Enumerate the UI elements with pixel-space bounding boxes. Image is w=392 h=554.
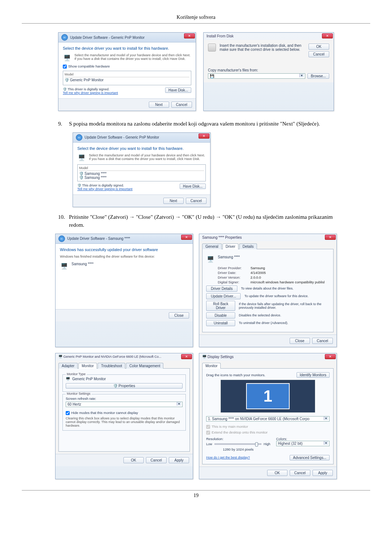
ok-button[interactable]: OK <box>267 470 287 476</box>
extend-desktop-label: Extend the desktop onto this monitor <box>212 430 268 434</box>
signing-info-link[interactable]: Tell me why driver signing is important <box>77 187 132 191</box>
close-icon[interactable] <box>325 235 336 240</box>
copy-from-path-input[interactable]: 💾 <box>208 73 305 79</box>
dialog-header-bar: ← Update Driver Software - Generic PnP M… <box>58 33 196 42</box>
identify-monitors-button[interactable]: Identify Monitors <box>297 372 330 378</box>
dialog-row-1: ← Update Driver Software - Generic PnP M… <box>22 32 370 111</box>
rollback-driver-button[interactable]: Roll Back Driver <box>206 301 235 311</box>
instruction-step-10: 10. Pritisnite "Close" (Zatvori) → "Clos… <box>58 213 370 229</box>
monitor-item-1[interactable]: 1 <box>246 383 290 409</box>
provider-label: Driver Provider: <box>218 266 250 270</box>
signer-value: microsoft windows hardware compatibility… <box>250 280 324 284</box>
back-button[interactable]: ← <box>58 235 65 242</box>
close-icon[interactable] <box>184 33 195 38</box>
close-icon[interactable] <box>181 235 192 240</box>
disable-button[interactable]: Disable <box>206 312 235 319</box>
success-heading: Windows has successfully updated your dr… <box>60 247 188 252</box>
apply-button[interactable]: Apply <box>169 457 189 463</box>
advanced-settings-button[interactable]: Advanced Settings... <box>290 455 330 460</box>
colors-select[interactable]: Highest (32 bit) <box>276 441 330 446</box>
show-compatible-checkbox[interactable] <box>63 65 67 69</box>
dialog-heading: Select the device driver you want to ins… <box>63 46 191 50</box>
disable-desc: Disables the selected device. <box>239 313 281 317</box>
resolution-slider[interactable] <box>215 443 262 445</box>
list-item[interactable]: 🛡️ Samsung **** <box>79 172 204 176</box>
next-button[interactable]: Next <box>163 198 184 204</box>
monitor-icon: 🖥️ <box>58 355 62 358</box>
date-label: Driver Date: <box>218 271 250 275</box>
cancel-button[interactable]: Cancel <box>309 51 329 57</box>
shield-icon: 🛡️ <box>65 78 69 82</box>
ok-button[interactable]: OK <box>309 44 329 50</box>
tab-general[interactable]: General <box>202 243 222 249</box>
properties-button[interactable]: 🛡️ Properties <box>66 383 183 389</box>
list-item[interactable]: 🛡️ Samsung **** <box>79 176 204 180</box>
best-display-link[interactable]: How do I get the best display? <box>206 456 250 459</box>
cancel-button[interactable]: Cancel <box>186 198 207 204</box>
next-button[interactable]: Next <box>149 102 169 108</box>
cancel-button[interactable]: Cancel <box>312 338 333 344</box>
close-icon[interactable] <box>181 354 192 359</box>
tab-color-management[interactable]: Color Management <box>126 363 163 369</box>
dialog-update-success: ← Update Driver Software - Samsung **** … <box>55 234 193 347</box>
device-icon: 🖥️ <box>77 153 86 162</box>
close-button[interactable]: Close <box>169 312 189 319</box>
refresh-rate-label: Screen refresh rate: <box>66 397 183 401</box>
monitor-type-group-label: Monitor Type <box>66 372 87 376</box>
high-label: High <box>264 442 270 446</box>
drive-icon: 💾 <box>210 74 214 78</box>
tab-details[interactable]: Details <box>239 243 257 249</box>
shield-icon: 🛡️ <box>63 87 67 91</box>
main-monitor-label: This is my main monitor <box>212 424 248 428</box>
list-item[interactable]: 🛡️ Generic PnP Monitor <box>65 78 189 82</box>
monitor-select[interactable]: 1. Samsung **** on NVIDIA GeForce 6600 L… <box>206 416 330 422</box>
uninstall-button[interactable]: Uninstall <box>206 320 235 326</box>
step-number: 10. <box>58 213 69 229</box>
shield-icon: 🛡️ <box>113 384 118 388</box>
show-compatible-label: Show compatible hardware <box>68 64 110 68</box>
driver-details-button[interactable]: Driver Details <box>206 286 237 292</box>
tab-adapter[interactable]: Adapter <box>58 363 78 369</box>
refresh-rate-select[interactable]: 60 Hertz <box>66 402 183 407</box>
uninstall-desc: To uninstall the driver (Advanced). <box>239 321 288 325</box>
dialog-update-driver-1: ← Update Driver Software - Generic PnP M… <box>58 32 196 111</box>
update-driver-button[interactable]: Update Driver... <box>206 293 241 299</box>
dialog-title: 🖥️ Display Settings <box>199 353 336 361</box>
success-subtext: Windows has finished installing the driv… <box>60 255 188 258</box>
close-icon[interactable] <box>322 33 333 38</box>
close-icon[interactable] <box>325 354 336 359</box>
close-icon[interactable] <box>199 134 209 139</box>
dialog-instruction: Select the manufacturer and model of you… <box>89 153 206 161</box>
dialog-display-settings: 🖥️ Display Settings Monitor Drag the ico… <box>199 353 337 479</box>
shield-icon: 🛡️ <box>79 172 83 176</box>
close-button[interactable]: Close <box>290 338 310 344</box>
device-name: Samsung **** <box>72 262 94 266</box>
back-button[interactable]: ← <box>76 134 82 141</box>
model-list[interactable]: Model 🛡️ Samsung **** 🛡️ Samsung **** <box>77 164 206 181</box>
tab-driver[interactable]: Driver <box>222 243 239 249</box>
extend-desktop-checkbox <box>206 431 210 435</box>
tab-monitor[interactable]: Monitor <box>202 363 221 369</box>
disk-icon <box>208 44 216 52</box>
have-disk-button[interactable]: Have Disk... <box>180 184 206 189</box>
dialog-monitor-properties: 🖥️ Generic PnP Monitor and NVIDIA GeForc… <box>55 353 193 479</box>
hide-modes-checkbox[interactable] <box>66 411 70 415</box>
main-monitor-checkbox <box>206 425 210 429</box>
have-disk-button[interactable]: Have Disk... <box>165 87 191 93</box>
signing-info-link[interactable]: Tell me why driver signing is important <box>63 91 118 95</box>
monitor-preview[interactable]: 1 <box>221 380 315 413</box>
back-button[interactable]: ← <box>61 34 68 41</box>
cancel-button[interactable]: Cancel <box>171 102 192 108</box>
tab-monitor[interactable]: Monitor <box>78 363 97 369</box>
monitor-type-value: Generic PnP Monitor <box>72 377 106 381</box>
cancel-button[interactable]: Cancel <box>146 457 167 463</box>
tab-troubleshoot[interactable]: Troubleshoot <box>98 363 125 369</box>
ok-button[interactable]: OK <box>123 457 144 463</box>
browse-button[interactable]: Browse... <box>307 73 329 79</box>
low-label: Low <box>206 442 212 446</box>
apply-button[interactable]: Apply <box>313 470 333 476</box>
model-list[interactable]: Model 🛡️ Generic PnP Monitor <box>63 71 191 85</box>
monitor-icon: 🖥️ <box>206 255 215 264</box>
cancel-button[interactable]: Cancel <box>290 470 310 476</box>
date-value: 4/14/2005 <box>250 271 266 275</box>
